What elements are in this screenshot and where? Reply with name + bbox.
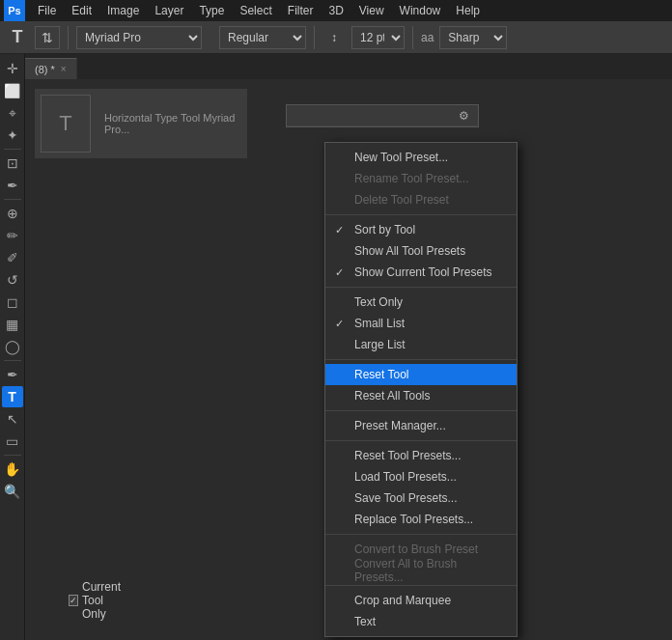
ctx-crop-and-marquee[interactable]: Crop and Marquee [325,590,517,611]
divider-3 [412,26,413,49]
canvas-workspace: T Horizontal Type Tool Myriad Pro... ⚙ ✓… [25,79,672,640]
type-btn[interactable]: T [2,386,23,407]
ctx-sort-by-tool[interactable]: ✓ Sort by Tool [325,219,517,240]
checkbox-indicator: ✓ [69,595,78,606]
clone-stamp-btn[interactable]: ✐ [2,247,23,268]
eyedropper-btn[interactable]: ✒ [2,175,23,196]
menu-bar: Ps File Edit Image Layer Type Select Fil… [0,0,672,21]
history-brush-btn[interactable]: ↺ [2,269,23,291]
font-family-select[interactable]: Myriad Pro [76,26,202,49]
toolbar-sep-4 [4,455,21,456]
ctx-text-only[interactable]: Text Only [325,292,517,313]
layer-name: Horizontal Type Tool Myriad Pro... [104,112,241,135]
type-tool-icon: T [6,26,29,49]
lasso-btn[interactable]: ⌖ [2,102,23,124]
ctx-large-list[interactable]: Large List [325,334,517,355]
ctx-sep-2 [325,287,517,288]
ctx-small-list[interactable]: ✓ Small List [325,313,517,334]
ctx-delete-tool-preset: Delete Tool Preset [325,189,517,210]
menu-layer[interactable]: Layer [148,2,190,19]
current-tool-checkbox[interactable]: ✓ Current Tool Only [69,580,123,621]
brush-btn[interactable]: ✏ [2,225,23,246]
context-menu: New Tool Preset... Rename Tool Preset...… [324,142,518,637]
layer-thumb: T [41,95,91,153]
ctx-sep-4 [325,410,517,411]
eraser-btn[interactable]: ◻ [2,292,23,313]
document-tab[interactable]: (8) * × [25,58,77,79]
ctx-load-tool-presets[interactable]: Load Tool Presets... [325,466,517,487]
ctx-sep-1 [325,214,517,215]
tool-presets-panel: ⚙ [286,104,479,127]
select-rect-btn[interactable]: ⬜ [2,80,23,101]
menu-filter[interactable]: Filter [281,2,321,19]
menu-select[interactable]: Select [233,2,278,19]
ctx-sep-6 [325,534,517,535]
dodge-btn[interactable]: ◯ [2,336,23,357]
ctx-save-tool-presets[interactable]: Save Tool Presets... [325,487,517,509]
menu-3d[interactable]: 3D [322,2,350,19]
ctx-sep-7 [325,585,517,586]
sort-check: ✓ [335,224,344,237]
menu-file[interactable]: File [31,2,63,19]
menu-edit[interactable]: Edit [65,2,98,19]
pen-btn[interactable]: ✒ [2,364,23,385]
ctx-reset-tool[interactable]: Reset Tool [325,364,517,385]
ctx-sep-5 [325,440,517,441]
shape-btn[interactable]: ▭ [2,431,23,452]
aa-label: aa [421,31,434,44]
main-area: ✛ ⬜ ⌖ ✦ ⊡ ✒ ⊕ ✏ ✐ ↺ ◻ ▦ ◯ ✒ T ↖ ▭ ✋ 🔍 (8… [0,54,672,640]
menu-view[interactable]: View [352,2,391,19]
presets-panel-header: ⚙ [287,105,478,126]
ctx-text[interactable]: Text [325,611,517,632]
divider-2 [314,26,315,49]
options-bar: T ⇅ Myriad Pro Regular ↕ 12 pt aa Sharp [0,21,672,54]
checkbox-label: Current Tool Only [82,580,123,621]
ctx-show-all-tool-presets[interactable]: Show All Tool Presets [325,240,517,262]
ctx-new-tool-preset[interactable]: New Tool Preset... [325,147,517,168]
menu-type[interactable]: Type [192,2,231,19]
tab-close-btn[interactable]: × [61,64,67,74]
small-list-check: ✓ [335,318,344,330]
ctx-rename-tool-preset: Rename Tool Preset... [325,168,517,189]
ctx-reset-tool-presets[interactable]: Reset Tool Presets... [325,445,517,466]
zoom-btn[interactable]: 🔍 [2,481,23,502]
app-logo: Ps [4,0,25,21]
tab-bar: (8) * × [25,54,672,79]
menu-window[interactable]: Window [393,2,448,19]
ctx-sep-3 [325,359,517,360]
aa-mode-select[interactable]: Sharp [439,26,507,49]
menu-image[interactable]: Image [100,2,146,19]
presets-gear-btn[interactable]: ⚙ [455,107,472,125]
move-tool-btn[interactable]: ✛ [2,58,23,79]
ctx-convert-all-to-brush: Convert All to Brush Presets... [325,560,517,581]
crop-btn[interactable]: ⊡ [2,153,23,174]
font-style-select[interactable]: Regular [219,26,306,49]
toolbar-sep-3 [4,360,21,361]
toolbar-sep-2 [4,199,21,200]
tab-filename: (8) * [35,64,55,75]
ctx-preset-manager[interactable]: Preset Manager... [325,415,517,436]
ctx-reset-all-tools[interactable]: Reset All Tools [325,385,517,406]
divider-1 [68,26,69,49]
canvas-area: (8) * × T Horizontal Type Tool Myriad Pr… [25,54,672,640]
menu-help[interactable]: Help [449,2,487,19]
magic-wand-btn[interactable]: ✦ [2,125,23,146]
orientation-button[interactable]: ⇅ [35,26,60,49]
gradient-btn[interactable]: ▦ [2,314,23,335]
path-select-btn[interactable]: ↖ [2,408,23,430]
ctx-replace-tool-presets[interactable]: Replace Tool Presets... [325,509,517,530]
font-size-select[interactable]: 12 pt [351,26,405,49]
spot-heal-btn[interactable]: ⊕ [2,203,23,224]
left-toolbar: ✛ ⬜ ⌖ ✦ ⊡ ✒ ⊕ ✏ ✐ ↺ ◻ ▦ ◯ ✒ T ↖ ▭ ✋ 🔍 [0,54,25,640]
ctx-show-current-tool-presets[interactable]: ✓ Show Current Tool Presets [325,262,517,283]
layer-preview-area: T Horizontal Type Tool Myriad Pro... [35,89,247,158]
hand-btn[interactable]: ✋ [2,459,23,480]
font-size-icon: ↕ [322,26,346,49]
show-current-check: ✓ [335,266,344,279]
toolbar-sep-1 [4,149,21,150]
